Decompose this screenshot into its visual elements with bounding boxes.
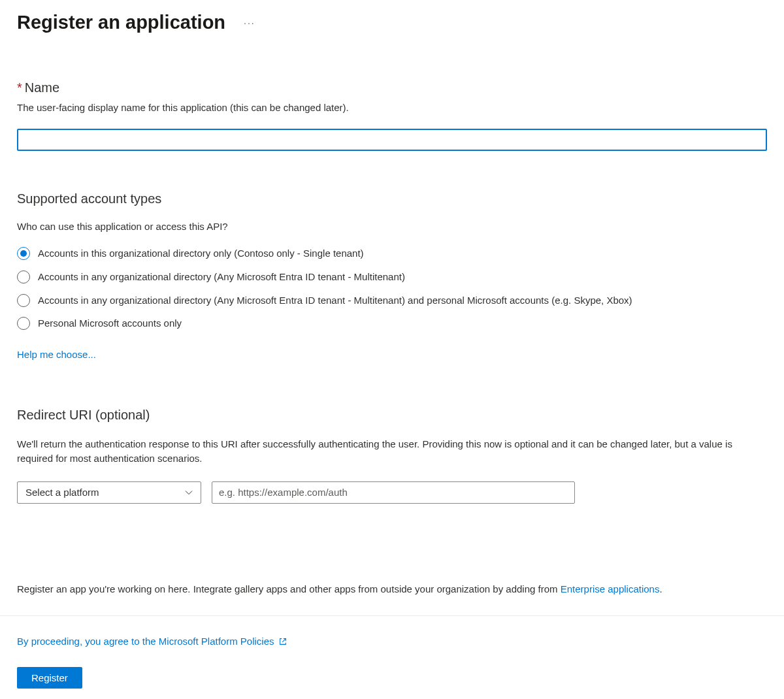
register-button[interactable]: Register — [17, 667, 82, 689]
info-text-suffix: . — [659, 583, 662, 594]
radio-label: Accounts in any organizational directory… — [38, 293, 639, 308]
radio-option-single-tenant[interactable]: Accounts in this organizational director… — [17, 246, 767, 261]
platform-select[interactable]: Select a platform — [17, 481, 201, 504]
enterprise-applications-link[interactable]: Enterprise applications — [561, 583, 660, 594]
account-types-section: Supported account types Who can use this… — [17, 191, 767, 361]
page-title: Register an application — [17, 12, 225, 33]
required-asterisk: * — [17, 80, 22, 95]
account-types-heading: Supported account types — [17, 191, 767, 206]
name-field-section: *Name The user-facing display name for t… — [17, 80, 767, 151]
radio-option-personal-only[interactable]: Personal Microsoft accounts only — [17, 316, 767, 331]
radio-circle-icon — [17, 317, 30, 330]
radio-circle-icon — [17, 247, 30, 260]
radio-circle-icon — [17, 294, 30, 307]
name-label-text: Name — [25, 80, 59, 95]
policies-link-text: By proceeding, you agree to the Microsof… — [17, 636, 274, 647]
more-options-icon[interactable]: ··· — [244, 18, 255, 28]
radio-label: Accounts in any organizational directory… — [38, 270, 412, 284]
help-me-choose-link[interactable]: Help me choose... — [17, 349, 96, 360]
name-label: *Name — [17, 80, 767, 95]
platform-select-value: Select a platform — [25, 487, 99, 498]
redirect-uri-input[interactable] — [212, 481, 575, 504]
radio-option-multitenant-personal[interactable]: Accounts in any organizational directory… — [17, 293, 767, 308]
name-description: The user-facing display name for this ap… — [17, 102, 767, 113]
platform-policies-link[interactable]: By proceeding, you agree to the Microsof… — [17, 636, 287, 647]
enterprise-apps-info: Register an app you're working on here. … — [17, 582, 767, 596]
account-types-subtext: Who can use this application or access t… — [17, 221, 767, 232]
redirect-uri-section: Redirect URI (optional) We'll return the… — [17, 408, 767, 504]
info-text-prefix: Register an app you're working on here. … — [17, 583, 561, 594]
name-input[interactable] — [17, 129, 767, 151]
redirect-uri-description: We'll return the authentication response… — [17, 437, 755, 466]
chevron-down-icon — [185, 489, 193, 496]
radio-option-multitenant[interactable]: Accounts in any organizational directory… — [17, 270, 767, 284]
radio-label: Accounts in this organizational director… — [38, 246, 370, 261]
external-link-icon — [278, 637, 287, 646]
radio-label: Personal Microsoft accounts only — [38, 316, 188, 331]
redirect-uri-heading: Redirect URI (optional) — [17, 408, 767, 423]
account-types-radio-group: Accounts in this organizational director… — [17, 246, 767, 331]
radio-circle-icon — [17, 270, 30, 284]
